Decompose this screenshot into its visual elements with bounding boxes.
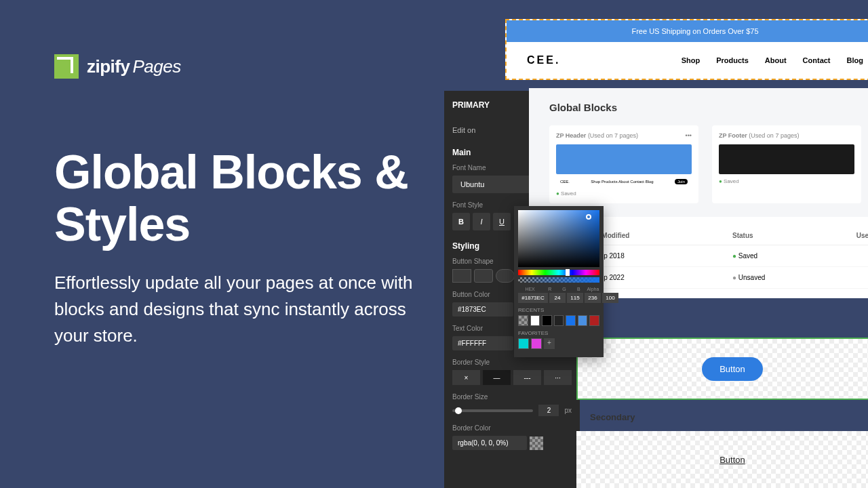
card-status: Saved <box>561 190 576 197</box>
global-blocks-content: Global Blocks ZP Header (Used on 7 pages… <box>529 88 868 217</box>
block-card[interactable]: ZP Footer (Used on 7 pages) ● Saved <box>712 125 861 203</box>
recent-swatch[interactable] <box>578 315 588 326</box>
card-used: (Used on 7 pages) <box>749 132 799 139</box>
block-card[interactable]: ZP Header (Used on 7 pages) ••• CEE.Shop… <box>549 125 698 203</box>
text-color-input[interactable] <box>452 336 513 350</box>
border-color-label: Border Color <box>452 424 572 432</box>
hex-label: HEX <box>518 287 542 291</box>
alpha-slider[interactable] <box>518 277 599 283</box>
table-row[interactable]: 14 Sep 2022 ● Unsaved <box>586 267 868 289</box>
border-color-input[interactable] <box>452 436 527 450</box>
favorite-swatch[interactable] <box>531 338 542 349</box>
r-label: R <box>543 287 556 291</box>
edit-on-label: Edit on <box>452 126 475 134</box>
border-color-swatch[interactable] <box>530 436 543 450</box>
a-input[interactable] <box>602 293 618 303</box>
card-name: ZP Footer <box>719 132 747 139</box>
hero-subtitle: Effortlessly update all your pages at on… <box>54 270 434 349</box>
card-name: ZP Header <box>556 132 586 139</box>
recent-swatch[interactable] <box>566 315 576 326</box>
row-status: Unsaved <box>738 274 765 281</box>
border-dotted-button[interactable]: ··· <box>544 370 572 385</box>
shape-rounded-button[interactable] <box>474 269 493 283</box>
button-color-input[interactable] <box>452 302 513 317</box>
g-label: G <box>557 287 570 291</box>
card-preview-nav: CEE.Shop Products About Contact BlogJoin <box>556 177 692 186</box>
secondary-label: Secondary <box>590 412 635 422</box>
hero-section: zipifyPages Global Blocks & Styles Effor… <box>54 54 434 349</box>
logo-product: Pages <box>132 56 180 77</box>
logo: zipifyPages <box>54 54 434 79</box>
recent-swatch[interactable] <box>554 315 564 326</box>
border-size-unit: px <box>564 407 572 414</box>
primary-button-preview: Button <box>576 338 868 400</box>
nav-products[interactable]: Products <box>716 56 749 64</box>
more-icon[interactable]: ••• <box>686 132 692 139</box>
b-label: B <box>572 287 585 291</box>
preview-button-secondary[interactable]: Button <box>719 455 745 465</box>
table-row[interactable]: 20 Sep 2018 ● Saved <box>586 245 868 267</box>
secondary-button-preview: Button <box>576 431 868 488</box>
site-brand: CEE. <box>527 54 560 66</box>
col-modified: Last Modified <box>586 232 732 239</box>
g-input[interactable] <box>567 293 583 303</box>
favorite-swatch[interactable] <box>518 338 529 349</box>
content-title: Global Blocks <box>549 102 861 113</box>
recents-label: RECENTS <box>518 307 599 313</box>
row-status: Saved <box>738 252 757 260</box>
shape-square-button[interactable] <box>452 269 471 283</box>
bold-button[interactable]: B <box>452 213 470 230</box>
border-style-label: Border Style <box>452 359 572 366</box>
col-used: Used o <box>806 232 868 239</box>
blocks-table: Last Modified Status Used o 20 Sep 2018 … <box>576 217 868 298</box>
card-preview <box>719 144 854 174</box>
add-favorite-button[interactable]: + <box>544 338 555 349</box>
a-label: Alpha <box>587 287 599 291</box>
logo-text: zipifyPages <box>87 56 181 77</box>
favorites-label: FAVORITES <box>518 330 599 336</box>
card-preview <box>556 144 692 174</box>
browser-preview: Free US Shipping on Orders Over $75 CEE.… <box>505 19 868 80</box>
hero-title: Global Blocks & Styles <box>54 146 434 251</box>
recent-swatch[interactable] <box>542 315 552 326</box>
recent-swatch[interactable] <box>530 315 540 326</box>
color-picker: HEX R G B Alpha RECENTS FAVORITES + <box>514 206 604 357</box>
card-used: (Used on 7 pages) <box>588 132 638 139</box>
site-nav: CEE. Shop Products About Contact Blog <box>507 42 868 79</box>
shape-pill-button[interactable] <box>496 269 515 283</box>
underline-button[interactable]: U <box>493 213 511 230</box>
card-status: Saved <box>724 178 739 184</box>
logo-icon <box>54 54 79 79</box>
italic-button[interactable]: I <box>473 213 490 230</box>
border-size-label: Border Size <box>452 393 572 401</box>
border-size-input[interactable] <box>538 405 559 416</box>
color-gradient[interactable] <box>518 210 599 267</box>
nav-shop[interactable]: Shop <box>682 56 701 64</box>
nav-blog[interactable]: Blog <box>847 56 863 64</box>
row-date: 20 Sep 2018 <box>586 252 732 260</box>
recent-swatch[interactable] <box>518 315 528 326</box>
row-date: 14 Sep 2022 <box>586 274 732 281</box>
hue-slider[interactable] <box>518 270 599 275</box>
border-solid-button[interactable]: — <box>483 370 511 385</box>
col-status: Status <box>732 232 806 239</box>
border-dashed-button[interactable]: --- <box>513 370 541 385</box>
r-input[interactable] <box>549 293 566 303</box>
nav-about[interactable]: About <box>765 56 787 64</box>
border-none-button[interactable]: × <box>452 370 480 385</box>
recent-swatch[interactable] <box>589 315 599 326</box>
shipping-banner: Free US Shipping on Orders Over $75 <box>507 20 868 42</box>
hex-input[interactable] <box>518 293 548 303</box>
nav-contact[interactable]: Contact <box>803 56 831 64</box>
preview-button[interactable]: Button <box>702 357 763 381</box>
b-input[interactable] <box>585 293 601 303</box>
border-size-slider[interactable] <box>452 409 533 412</box>
logo-brand: zipify <box>87 56 130 77</box>
